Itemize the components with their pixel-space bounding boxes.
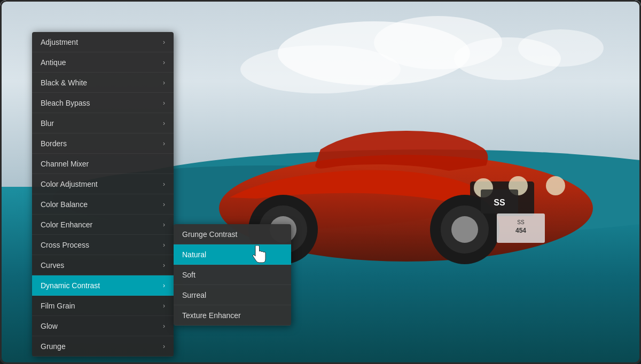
- main-menu-panel: Adjustment›Antique›Black & White›Bleach …: [32, 32, 174, 357]
- submenu-item-grunge-contrast[interactable]: Grunge Contrast: [174, 224, 291, 244]
- submenu-item-texture-enhancer[interactable]: Texture Enhancer: [174, 305, 291, 326]
- menu-item-color-enhancer[interactable]: Color Enhancer›: [32, 215, 174, 235]
- menu-item-label: Film Grain: [41, 302, 75, 310]
- submenu-arrow-icon: ›: [163, 79, 165, 86]
- svg-point-13: [546, 176, 565, 195]
- submenu-item-label: Grunge Contrast: [182, 230, 238, 239]
- submenu-item-surreal[interactable]: Surreal: [174, 285, 291, 305]
- submenu-arrow-icon: ›: [163, 201, 165, 208]
- menu-item-label: Curves: [41, 261, 64, 270]
- submenu-item-label: Soft: [182, 271, 196, 279]
- submenu-item-natural[interactable]: Natural: [174, 244, 291, 265]
- menu-item-label: Bleach Bypass: [41, 99, 90, 107]
- submenu-arrow-icon: ›: [163, 241, 165, 249]
- submenu-item-label: Texture Enhancer: [182, 311, 241, 320]
- svg-point-19: [451, 216, 478, 243]
- menu-item-bleach-bypass[interactable]: Bleach Bypass›: [32, 93, 174, 113]
- submenu-arrow-icon: ›: [163, 343, 165, 350]
- submenu-arrow-icon: ›: [163, 180, 165, 188]
- svg-point-5: [518, 29, 604, 67]
- submenu-arrow-icon: ›: [163, 302, 165, 310]
- submenu-arrow-icon: ›: [163, 221, 165, 228]
- menu-item-label: Color Balance: [41, 200, 88, 209]
- app-container: SS SS 454 Adjustment›Antique›Black & Whi…: [0, 0, 641, 364]
- svg-text:SS: SS: [517, 219, 525, 225]
- menu-item-label: Borders: [41, 139, 67, 148]
- menu-item-label: Black & White: [41, 78, 87, 87]
- menu-item-black-and-white[interactable]: Black & White›: [32, 73, 174, 93]
- menu-item-color-balance[interactable]: Color Balance›: [32, 194, 174, 215]
- menu-item-label: Grunge: [41, 342, 66, 351]
- submenu-arrow-icon: ›: [163, 59, 165, 66]
- submenu-arrow-icon: ›: [163, 262, 165, 269]
- menu-item-label: Cross Process: [41, 241, 89, 249]
- menu-item-label: Adjustment: [41, 38, 78, 46]
- menu-item-borders[interactable]: Borders›: [32, 133, 174, 154]
- menu-item-adjustment[interactable]: Adjustment›: [32, 32, 174, 52]
- menu-item-label: Channel Mixer: [41, 160, 89, 168]
- submenu-arrow-icon: ›: [163, 120, 165, 127]
- submenu-item-soft[interactable]: Soft: [174, 265, 291, 285]
- menu-item-label: Dynamic Contrast: [41, 281, 100, 290]
- menu-item-film-grain[interactable]: Film Grain›: [32, 296, 174, 316]
- submenu-panel: Grunge ContrastNaturalSoftSurrealTexture…: [174, 224, 291, 326]
- menu-item-label: Color Adjustment: [41, 180, 98, 188]
- menu-item-color-adjustment[interactable]: Color Adjustment›: [32, 174, 174, 194]
- menu-item-channel-mixer[interactable]: Channel Mixer: [32, 154, 174, 174]
- menu-item-curves[interactable]: Curves›: [32, 255, 174, 275]
- svg-text:SS: SS: [494, 198, 505, 207]
- menu-item-grunge[interactable]: Grunge›: [32, 336, 174, 357]
- menu-item-glow[interactable]: Glow›: [32, 316, 174, 336]
- menu-item-label: Color Enhancer: [41, 220, 92, 229]
- menu-item-cross-process[interactable]: Cross Process›: [32, 235, 174, 255]
- menu-item-dynamic-contrast[interactable]: Dynamic Contrast›: [32, 275, 174, 296]
- menu-item-blur[interactable]: Blur›: [32, 113, 174, 133]
- menu-item-label: Antique: [41, 58, 66, 67]
- menu-item-label: Blur: [41, 119, 54, 128]
- menu-item-label: Glow: [41, 322, 58, 330]
- menu-item-antique[interactable]: Antique›: [32, 52, 174, 73]
- svg-point-3: [240, 45, 401, 93]
- submenu-item-label: Natural: [182, 250, 206, 259]
- submenu-arrow-icon: ›: [163, 282, 165, 289]
- submenu-arrow-icon: ›: [163, 99, 165, 107]
- submenu-arrow-icon: ›: [163, 38, 165, 46]
- submenu-arrow-icon: ›: [163, 322, 165, 330]
- submenu-arrow-icon: ›: [163, 140, 165, 147]
- submenu-item-label: Surreal: [182, 291, 206, 299]
- svg-text:454: 454: [515, 227, 526, 234]
